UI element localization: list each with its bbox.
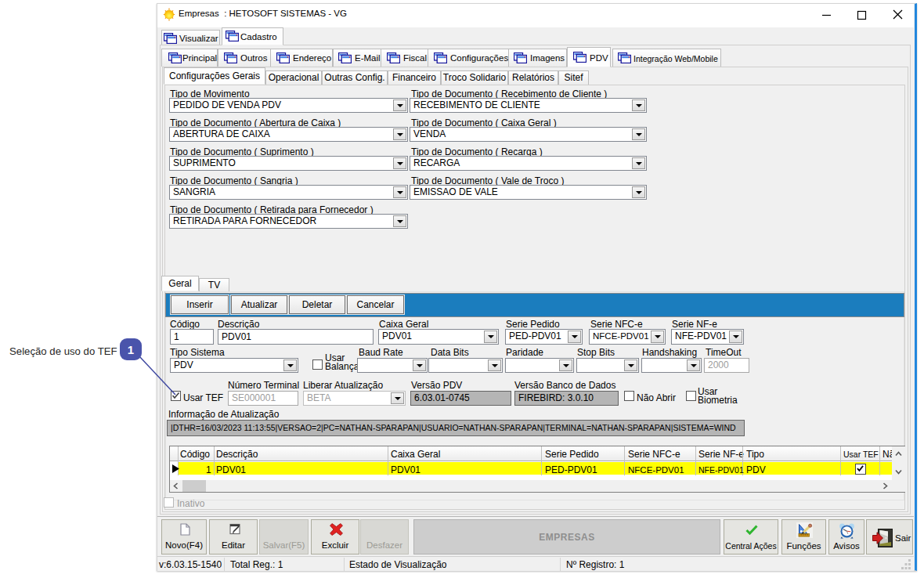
svg-text:1: 1 xyxy=(128,343,134,356)
